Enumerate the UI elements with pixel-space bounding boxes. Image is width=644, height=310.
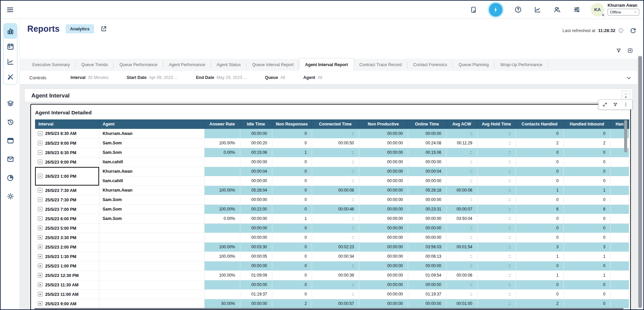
interval-cell[interactable]: +25/5/23 2:00 PM: [35, 242, 99, 252]
page-scrollbar-track[interactable]: [637, 55, 643, 309]
sidebar-item-reports[interactable]: [4, 24, 17, 39]
tab-queue-planning[interactable]: Queue Planning: [453, 59, 495, 71]
collapse-row-icon[interactable]: −: [38, 131, 42, 136]
tab-agent-performance[interactable]: Agent Performance: [163, 59, 211, 71]
avatar[interactable]: KA: [591, 3, 604, 17]
status-select[interactable]: Offline: [608, 9, 639, 16]
expand-row-icon[interactable]: +: [38, 254, 42, 259]
control-filter-queue[interactable]: QueueAll: [265, 75, 285, 80]
interval-cell[interactable]: −26/5/23 9:00 PM: [35, 157, 99, 167]
table-horizontal-scrollbar[interactable]: [34, 308, 623, 310]
controls-collapse-chevron-icon[interactable]: [626, 75, 632, 81]
interval-cell[interactable]: +25/5/23 3:30 PM: [35, 233, 99, 242]
sidebar-item-window[interactable]: [6, 137, 14, 145]
controls-toggle[interactable]: Controls: [29, 75, 46, 80]
column-header-non-productive[interactable]: Non Productive: [359, 119, 408, 129]
interval-cell[interactable]: +25/5/23 9:00 AM: [35, 299, 99, 308]
interval-cell[interactable]: +25/5/23 11:30 AM: [35, 280, 99, 289]
expand-row-icon[interactable]: +: [38, 292, 42, 297]
sidebar-item-pie-reports[interactable]: [6, 174, 14, 182]
download-icon[interactable]: [627, 48, 633, 54]
expand-row-icon[interactable]: +: [38, 226, 42, 230]
collapse-row-icon[interactable]: −: [38, 216, 42, 221]
interval-cell[interactable]: −25/5/23 6:00 PM: [35, 214, 99, 223]
help-icon[interactable]: [514, 6, 522, 14]
tab-contact-forensics[interactable]: Contact Forensics: [407, 59, 453, 71]
control-filter-start-date[interactable]: Start DateApr 09, 2023 ...: [127, 75, 178, 80]
collapse-row-icon[interactable]: −: [38, 141, 42, 145]
scroll-down-icon[interactable]: ▼: [624, 96, 627, 99]
sidebar-item-mail[interactable]: [6, 155, 14, 163]
column-header-non-responses[interactable]: Non Responses: [272, 119, 312, 129]
tab-agent-interval-report[interactable]: Agent Interval Report: [299, 59, 354, 71]
sidebar-item-schedule[interactable]: [4, 39, 17, 54]
control-filter-agent[interactable]: AgentAll: [303, 75, 322, 80]
interval-cell[interactable]: +25/5/23 1:00 PM: [35, 261, 99, 271]
more-options-kebab-icon[interactable]: [623, 102, 628, 107]
tab-queue-performance[interactable]: Queue Performance: [114, 59, 163, 71]
column-header-connected-time[interactable]: Connected Time: [312, 119, 359, 129]
interval-cell[interactable]: −28/5/23 8:30 PM: [35, 148, 99, 157]
interval-cell[interactable]: +25/5/23 12:30 PM: [35, 271, 99, 280]
analytics-chart-icon[interactable]: [533, 6, 542, 14]
expand-row-icon[interactable]: +: [38, 282, 42, 287]
collapse-row-icon[interactable]: −: [38, 197, 42, 202]
sidebar-item-design[interactable]: [4, 69, 17, 84]
column-header-answer-rate[interactable]: Answer Rate: [204, 119, 240, 129]
collapse-row-icon[interactable]: −: [38, 150, 42, 155]
column-header-agent[interactable]: Agent: [99, 119, 204, 129]
expand-row-icon[interactable]: +: [38, 273, 42, 278]
contacts-icon[interactable]: [553, 6, 561, 14]
table-vertical-scrollbar[interactable]: [624, 120, 627, 152]
column-header-online-time[interactable]: Online Time: [408, 119, 446, 129]
control-filter-end-date[interactable]: End DateMay 29, 2023 ...: [196, 75, 247, 80]
column-header-contacts-handled[interactable]: Contacts Handled: [516, 119, 563, 129]
column-header-interval[interactable]: Interval: [35, 119, 99, 129]
visual-filter-icon[interactable]: [613, 102, 618, 107]
info-icon[interactable]: [618, 28, 624, 33]
scroll-up-icon[interactable]: ▲: [624, 93, 627, 95]
interval-cell[interactable]: −25/5/23 7:00 PM: [35, 204, 99, 214]
collapse-row-icon[interactable]: −: [38, 174, 42, 178]
interval-cell[interactable]: +25/5/23 5:00 PM: [35, 223, 99, 233]
tab-executive-summary[interactable]: Executive Summary: [27, 59, 75, 71]
interval-cell[interactable]: +25/5/23 1:30 PM: [35, 252, 99, 261]
page-scrollbar-thumb[interactable]: [638, 56, 642, 308]
interval-cell[interactable]: −26/5/23 1:00 PM: [35, 167, 99, 186]
tab-contract-trace-record[interactable]: Contract Trace Record: [354, 59, 407, 71]
refresh-icon[interactable]: [630, 27, 637, 34]
interval-cell[interactable]: −25/5/23 7:30 PM: [35, 195, 99, 204]
hamburger-menu-icon[interactable]: [6, 6, 14, 14]
column-header-idle-time[interactable]: Idle Time: [240, 119, 272, 129]
expand-row-icon[interactable]: +: [38, 301, 42, 306]
expand-row-icon[interactable]: +: [38, 263, 42, 268]
interval-cell[interactable]: −28/5/23 9:00 PM: [35, 138, 99, 148]
tab-agent-status[interactable]: Agent Status: [211, 59, 247, 71]
sidebar-item-history[interactable]: [6, 118, 14, 126]
control-filter-interval[interactable]: Interval30 Minutes: [70, 75, 109, 80]
quick-actions-icon[interactable]: [489, 3, 502, 17]
tab-queue-interval-report[interactable]: Queue Interval Report: [246, 59, 299, 71]
analytics-badge[interactable]: Analytics: [66, 24, 94, 33]
sidebar-item-settings[interactable]: [6, 192, 14, 200]
collapse-row-icon[interactable]: −: [38, 160, 42, 164]
interval-cell[interactable]: −29/5/23 8:30 AM: [35, 129, 99, 138]
column-header-handled-inbound[interactable]: Handled Inbound: [563, 119, 610, 129]
settings-sliders-icon[interactable]: [573, 6, 581, 14]
filter-icon[interactable]: [616, 48, 622, 54]
sidebar-item-analytics[interactable]: [4, 54, 17, 69]
expand-visual-icon[interactable]: [602, 102, 608, 107]
interval-cell[interactable]: +25/5/23 11:00 AM: [35, 289, 99, 299]
column-header-avg-hold-time[interactable]: Avg Hold Time: [477, 119, 516, 129]
external-link-icon[interactable]: [100, 25, 107, 32]
sidebar-item-layers[interactable]: [6, 100, 14, 108]
expand-row-icon[interactable]: +: [38, 245, 42, 249]
collapse-row-icon[interactable]: −: [38, 207, 42, 212]
interval-cell[interactable]: −26/5/23 7:30 AM: [35, 186, 99, 195]
collapse-row-icon[interactable]: −: [38, 188, 42, 193]
expand-row-icon[interactable]: +: [38, 235, 42, 240]
column-header-avg-acw[interactable]: Avg ACW: [446, 119, 477, 129]
notes-icon[interactable]: [469, 6, 478, 14]
tab-queue-trends[interactable]: Queue Trends: [75, 59, 114, 71]
tab-wrap-up-performance[interactable]: Wrap-Up Performance: [494, 59, 548, 71]
